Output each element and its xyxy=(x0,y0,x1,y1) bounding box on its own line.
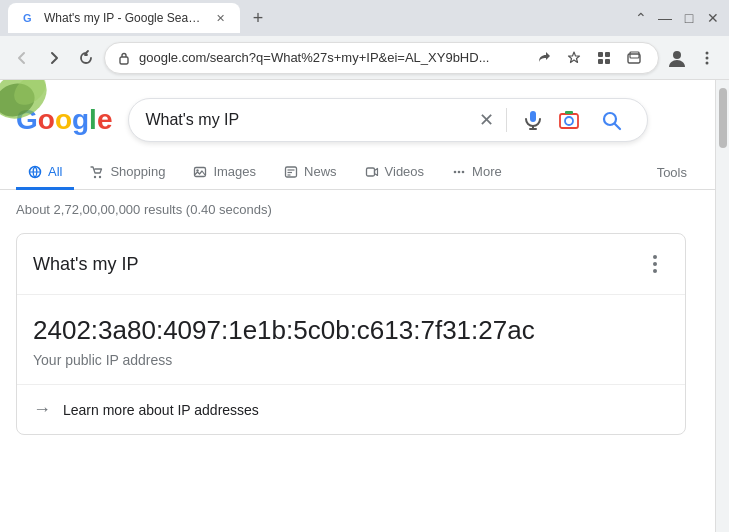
svg-rect-33 xyxy=(366,168,374,176)
svg-line-23 xyxy=(615,124,620,129)
tab-close-button[interactable]: ✕ xyxy=(212,10,228,26)
search-submit-button[interactable] xyxy=(591,100,631,140)
chrome-menu-button[interactable] xyxy=(693,44,721,72)
menu-dot-2 xyxy=(653,262,657,266)
forward-button[interactable] xyxy=(40,44,68,72)
star-icon xyxy=(566,50,582,66)
scrollbar[interactable] xyxy=(715,80,729,532)
profile-button[interactable] xyxy=(663,44,691,72)
navbar: google.com/search?q=What%27s+my+IP&ei=AL… xyxy=(0,36,729,80)
reload-icon xyxy=(77,49,95,67)
svg-rect-6 xyxy=(605,59,610,64)
tab-all-label: All xyxy=(48,164,62,179)
svg-point-9 xyxy=(673,51,681,59)
tab-videos[interactable]: Videos xyxy=(353,156,437,190)
address-text: google.com/search?q=What%27s+my+IP&ei=AL… xyxy=(139,50,524,65)
card-header: What's my IP xyxy=(17,234,685,295)
back-button[interactable] xyxy=(8,44,36,72)
ip-address-value: 2402:3a80:4097:1e1b:5c0b:c613:7f31:27ac xyxy=(33,315,669,346)
search-query-text: What's my IP xyxy=(145,111,471,129)
tab-shopping-label: Shopping xyxy=(110,164,165,179)
tab-more[interactable]: More xyxy=(440,156,514,190)
svg-rect-21 xyxy=(565,111,573,114)
microphone-icon xyxy=(521,108,545,132)
learn-more-link[interactable]: Learn more about IP addresses xyxy=(63,402,259,418)
tab-videos-label: Videos xyxy=(385,164,425,179)
tools-button[interactable]: Tools xyxy=(645,157,699,188)
search-bar[interactable]: What's my IP ✕ xyxy=(128,98,648,142)
card-menu-button[interactable] xyxy=(641,250,669,278)
share-button[interactable] xyxy=(532,46,556,70)
back-icon xyxy=(13,49,31,67)
tab-view-button[interactable] xyxy=(622,46,646,70)
svg-point-35 xyxy=(458,170,461,173)
address-bar[interactable]: google.com/search?q=What%27s+my+IP&ei=AL… xyxy=(104,42,659,74)
card-body: 2402:3a80:4097:1e1b:5c0b:c613:7f31:27ac … xyxy=(17,295,685,384)
tab-images[interactable]: Images xyxy=(181,156,268,190)
search-divider xyxy=(506,108,507,132)
results-area: About 2,72,00,00,000 results (0.40 secon… xyxy=(0,190,715,447)
news-icon xyxy=(284,165,298,179)
tab-images-label: Images xyxy=(213,164,256,179)
collapse-arrow-icon: ⌃ xyxy=(633,10,649,26)
svg-rect-3 xyxy=(598,52,603,57)
tab-shopping[interactable]: Shopping xyxy=(78,156,177,190)
all-tab-icon xyxy=(28,165,42,179)
svg-rect-4 xyxy=(605,52,610,57)
tab-all[interactable]: All xyxy=(16,156,74,190)
logo-l: l xyxy=(89,104,97,135)
svg-point-25 xyxy=(94,175,96,177)
more-dots-icon xyxy=(452,165,466,179)
menu-dot-3 xyxy=(653,269,657,273)
reload-button[interactable] xyxy=(72,44,100,72)
search-bar-wrapper: What's my IP ✕ xyxy=(128,98,648,142)
svg-rect-8 xyxy=(630,52,639,58)
menu-dots-icon xyxy=(698,49,716,67)
svg-rect-19 xyxy=(560,114,578,128)
svg-point-11 xyxy=(706,56,709,59)
tab-favicon: G xyxy=(20,10,36,26)
card-title: What's my IP xyxy=(33,254,138,275)
browser-tab[interactable]: G What's my IP - Google Search ✕ xyxy=(8,3,240,33)
tab-title: What's my IP - Google Search xyxy=(44,11,204,25)
shopping-icon xyxy=(90,165,104,179)
svg-rect-27 xyxy=(195,167,206,176)
search-clear-button[interactable]: ✕ xyxy=(479,109,494,131)
close-window-button[interactable]: ✕ xyxy=(705,10,721,26)
content-area: Google What's my IP ✕ xyxy=(0,80,729,532)
tab-more-label: More xyxy=(472,164,502,179)
menu-dot-1 xyxy=(653,255,657,259)
tab-news-label: News xyxy=(304,164,337,179)
extensions-button[interactable] xyxy=(592,46,616,70)
ip-address-label: Your public IP address xyxy=(33,352,669,368)
tab-news[interactable]: News xyxy=(272,156,349,190)
svg-rect-5 xyxy=(598,59,603,64)
svg-point-28 xyxy=(197,169,199,171)
lens-search-button[interactable] xyxy=(555,106,583,134)
voice-search-button[interactable] xyxy=(519,106,547,134)
maximize-button[interactable]: □ xyxy=(681,10,697,26)
main-content: Google What's my IP ✕ xyxy=(0,80,715,532)
bookmark-button[interactable] xyxy=(562,46,586,70)
minimize-button[interactable]: — xyxy=(657,10,673,26)
lock-icon xyxy=(117,51,131,65)
svg-point-12 xyxy=(706,61,709,64)
svg-point-22 xyxy=(604,113,616,125)
svg-point-34 xyxy=(454,170,457,173)
google-header: Google What's my IP ✕ xyxy=(0,80,715,156)
svg-text:G: G xyxy=(23,12,32,24)
svg-point-20 xyxy=(565,117,573,125)
card-footer: → Learn more about IP addresses xyxy=(17,384,685,434)
arrow-right-icon: → xyxy=(33,399,51,420)
videos-icon xyxy=(365,165,379,179)
new-tab-button[interactable]: + xyxy=(244,4,272,32)
scrollbar-thumb[interactable] xyxy=(719,88,727,148)
result-card: What's my IP 2402:3a80:4097:1e1b:5c0b:c6… xyxy=(16,233,686,435)
svg-rect-16 xyxy=(530,111,536,122)
camera-icon xyxy=(557,108,581,132)
svg-rect-2 xyxy=(120,57,128,64)
decoration-leaf xyxy=(0,80,80,156)
profile-icon xyxy=(666,47,688,69)
forward-icon xyxy=(45,49,63,67)
search-icon xyxy=(600,109,622,131)
